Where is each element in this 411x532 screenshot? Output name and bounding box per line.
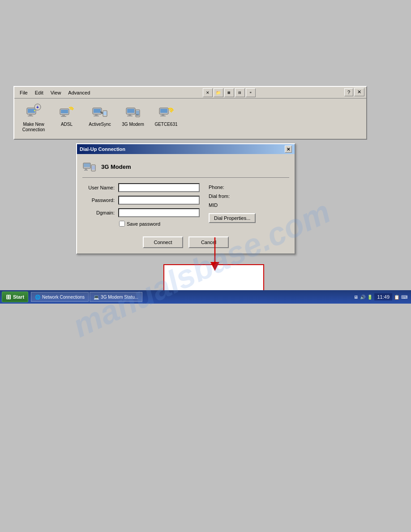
view-btn1[interactable]: ▦ — [224, 88, 234, 97]
3g-modem-label: 3G Modem — [122, 122, 144, 127]
taskbar-items: 🌐 Network Connections 💻 3G Modem Statu..… — [31, 292, 352, 302]
volume-icon: 🔊 — [360, 295, 365, 300]
svg-rect-8 — [62, 115, 65, 116]
menu-view[interactable]: View — [47, 89, 65, 96]
main-window: File Edit View Advanced ✕ 📁 ▦ ▤ ≡ ? ✕ — [13, 86, 367, 140]
svg-rect-13 — [94, 116, 99, 116]
getce631-icon — [157, 102, 175, 120]
mid-label: MID — [209, 201, 289, 210]
connect-button[interactable]: Connect — [143, 236, 183, 248]
taskbar-item-label-2: 3G Modem Statu... — [101, 295, 138, 300]
svg-rect-2 — [29, 114, 32, 116]
activesync-icon — [91, 102, 109, 120]
right-info: Phone: Dial from: MID — [209, 183, 289, 210]
svg-rect-15 — [103, 112, 107, 115]
dialog-header: 3G Modem — [82, 159, 289, 178]
form-right: Phone: Dial from: MID Dial Properties... — [209, 183, 289, 227]
domain-label: Dgmain: — [82, 210, 118, 215]
svg-rect-26 — [160, 116, 166, 116]
svg-rect-25 — [162, 114, 164, 116]
dialog-close-button[interactable]: ✕ — [285, 146, 292, 153]
password-input[interactable] — [118, 196, 200, 205]
svg-rect-28 — [84, 163, 90, 167]
svg-rect-7 — [61, 110, 68, 113]
make-new-connection-icon: + — [25, 102, 43, 120]
svg-text:3G: 3G — [136, 114, 139, 116]
arrow-annotation — [206, 237, 224, 274]
start-icon: ⊞ — [6, 293, 11, 300]
modem-title: 3G Modem — [101, 163, 131, 170]
domain-input[interactable] — [118, 208, 200, 217]
username-row: User Name: — [82, 183, 200, 192]
svg-rect-3 — [28, 116, 33, 116]
delete-btn[interactable]: ✕ — [203, 88, 213, 97]
dial-up-dialog: Dial-Up Connection ✕ 3G Modem User — [76, 143, 295, 254]
taskbar: ⊞ Start 🌐 Network Connections 💻 3G Modem… — [0, 290, 411, 304]
password-row: Password: — [82, 196, 200, 205]
svg-rect-24 — [160, 109, 167, 113]
extra-icon-2: ⌨ — [401, 295, 407, 300]
svg-rect-30 — [84, 170, 88, 171]
3g-modem-icon: 3G — [124, 102, 142, 120]
form-area: User Name: Password: Dgmain: Save passwo… — [82, 183, 289, 227]
dialog-content: 3G Modem User Name: Password: Dgmain: — [77, 154, 295, 232]
start-button[interactable]: ⊞ Start — [2, 292, 28, 302]
modem-icon — [82, 159, 97, 174]
view-btn3[interactable]: ≡ — [246, 88, 256, 97]
taskbar-network-connections[interactable]: 🌐 Network Connections — [31, 292, 89, 302]
svg-rect-32 — [92, 166, 95, 170]
username-label: User Name: — [82, 185, 118, 190]
adsl-icon — [58, 102, 76, 120]
save-password-row: Save password — [119, 221, 200, 227]
window-controls: ? ✕ — [344, 88, 364, 96]
svg-rect-12 — [95, 114, 98, 116]
getce631-label: GETCE631 — [154, 122, 177, 127]
menu-edit[interactable]: Edit — [31, 89, 47, 96]
toolbar-icon-3g-modem[interactable]: 3G 3G Modem — [117, 100, 149, 129]
activesync-label: ActiveSync — [89, 122, 111, 127]
save-password-label: Save password — [127, 221, 160, 227]
form-left: User Name: Password: Dgmain: Save passwo… — [82, 183, 200, 227]
svg-rect-1 — [28, 109, 35, 113]
svg-rect-11 — [94, 109, 101, 113]
make-new-label: Make NewConnection — [22, 122, 45, 133]
dialog-title: Dial-Up Connection — [80, 146, 125, 152]
taskbar-item-label-1: Network Connections — [42, 295, 85, 300]
toolbar-icon-getce631[interactable]: GETCE631 — [150, 100, 182, 129]
menu-bar: File Edit View Advanced ✕ 📁 ▦ ▤ ≡ ? ✕ — [14, 87, 366, 99]
network-icon: 🌐 — [35, 295, 40, 300]
dial-properties-button[interactable]: Dial Properties... — [209, 213, 256, 223]
taskbar-3g-modem-status[interactable]: 💻 3G Modem Statu... — [90, 292, 142, 302]
save-password-checkbox[interactable] — [119, 221, 125, 227]
toolbar-icon-activesync[interactable]: ActiveSync — [84, 100, 116, 129]
phone-label: Phone: — [209, 183, 289, 192]
view-btn2[interactable]: ▤ — [235, 88, 245, 97]
dialog-titlebar: Dial-Up Connection ✕ — [77, 144, 295, 154]
svg-text:+: + — [36, 105, 39, 110]
folder-btn[interactable]: 📁 — [214, 88, 223, 97]
username-input[interactable] — [118, 183, 200, 192]
dialog-footer: Connect Cancel — [77, 232, 295, 253]
taskbar-right: 🖥 🔊 🔋 11:49 📋 ⌨ — [352, 293, 409, 300]
adsl-label: ADSL — [61, 122, 73, 127]
toolbar: + Make NewConnection ADSL — [14, 99, 366, 139]
menu-file[interactable]: File — [16, 89, 31, 96]
password-label: Password: — [82, 197, 118, 203]
menu-advanced[interactable]: Advanced — [64, 89, 94, 96]
domain-row: Dgmain: — [82, 208, 200, 217]
extra-icon-1: 📋 — [394, 295, 399, 300]
svg-marker-34 — [210, 262, 219, 271]
svg-rect-19 — [127, 116, 133, 116]
svg-rect-9 — [61, 116, 66, 117]
start-label: Start — [13, 294, 24, 300]
close-button[interactable]: ✕ — [354, 88, 364, 96]
svg-rect-17 — [127, 109, 134, 113]
modem-taskbar-icon: 💻 — [94, 295, 99, 300]
toolbar-icon-adsl[interactable]: ADSL — [51, 100, 82, 129]
battery-icon: 🔋 — [367, 295, 372, 300]
svg-rect-29 — [85, 168, 87, 170]
toolbar-icon-make-new[interactable]: + Make NewConnection — [18, 100, 49, 134]
network-status-icon: 🖥 — [354, 295, 358, 300]
help-button[interactable]: ? — [344, 88, 353, 96]
clock: 11:49 — [374, 293, 392, 300]
